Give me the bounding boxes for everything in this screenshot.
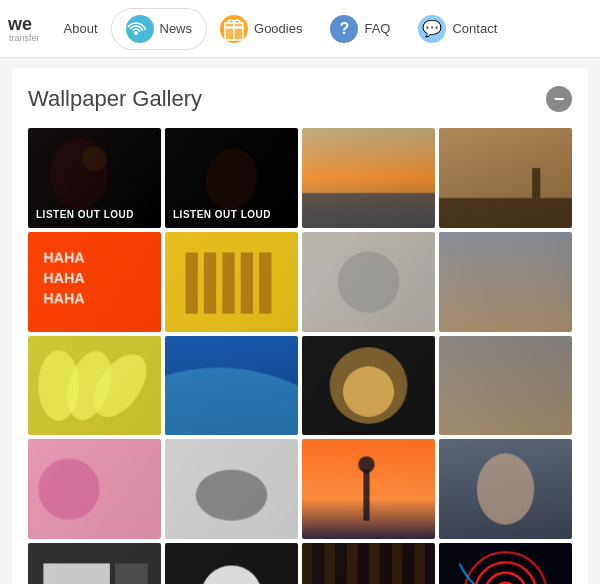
- nav-label-goodies: Goodies: [254, 21, 302, 36]
- nav-item-news[interactable]: News: [112, 9, 207, 49]
- gallery-item[interactable]: [439, 232, 572, 332]
- gallery-item[interactable]: [28, 336, 161, 436]
- logo-transfer: transfer: [9, 33, 40, 43]
- gallery-item[interactable]: [302, 439, 435, 539]
- gallery-item[interactable]: LISTEN OUT LOUD: [165, 128, 298, 228]
- gallery-item[interactable]: [439, 336, 572, 436]
- gallery-item-label: LISTEN OUT LOUD: [173, 209, 271, 220]
- news-icon: [126, 15, 154, 43]
- gallery-item-label: LISTEN OUT LOUD: [36, 209, 134, 220]
- collapse-button[interactable]: −: [546, 86, 572, 112]
- gallery-header: Wallpaper Gallery −: [28, 86, 572, 112]
- gallery-item[interactable]: [28, 232, 161, 332]
- nav-label-about: About: [64, 21, 98, 36]
- gallery-item[interactable]: [302, 543, 435, 584]
- logo-we: we: [8, 15, 40, 33]
- logo[interactable]: we transfer: [8, 15, 40, 43]
- nav-label-faq: FAQ: [364, 21, 390, 36]
- contact-icon: 💬: [418, 15, 446, 43]
- gallery-item[interactable]: [165, 543, 298, 584]
- nav-item-faq[interactable]: ?FAQ: [316, 9, 404, 49]
- gallery-item[interactable]: [302, 232, 435, 332]
- nav-list: AboutNewsGoodies?FAQ💬Contact: [50, 9, 512, 49]
- nav-label-news: News: [160, 21, 193, 36]
- gallery-grid: LISTEN OUT LOUDLISTEN OUT LOUD: [28, 128, 572, 584]
- gallery-item[interactable]: [165, 336, 298, 436]
- goodies-icon: [220, 15, 248, 43]
- gallery-item[interactable]: [302, 128, 435, 228]
- gallery-item[interactable]: [28, 543, 161, 584]
- gallery-item[interactable]: [439, 128, 572, 228]
- page-title: Wallpaper Gallery: [28, 86, 202, 112]
- faq-icon: ?: [330, 15, 358, 43]
- main-nav: we transfer AboutNewsGoodies?FAQ💬Contact: [0, 0, 600, 58]
- main-content: Wallpaper Gallery − LISTEN OUT LOUDLISTE…: [12, 68, 588, 584]
- gallery-item[interactable]: LISTEN OUT LOUD: [28, 128, 161, 228]
- nav-label-contact: Contact: [452, 21, 497, 36]
- nav-item-contact[interactable]: 💬Contact: [404, 9, 511, 49]
- gallery-item[interactable]: [165, 439, 298, 539]
- nav-item-goodies[interactable]: Goodies: [206, 9, 316, 49]
- gallery-item[interactable]: [439, 543, 572, 584]
- gallery-item[interactable]: [28, 439, 161, 539]
- gallery-item[interactable]: [302, 336, 435, 436]
- gallery-item[interactable]: [439, 439, 572, 539]
- nav-item-about[interactable]: About: [50, 15, 112, 42]
- gallery-item[interactable]: [165, 232, 298, 332]
